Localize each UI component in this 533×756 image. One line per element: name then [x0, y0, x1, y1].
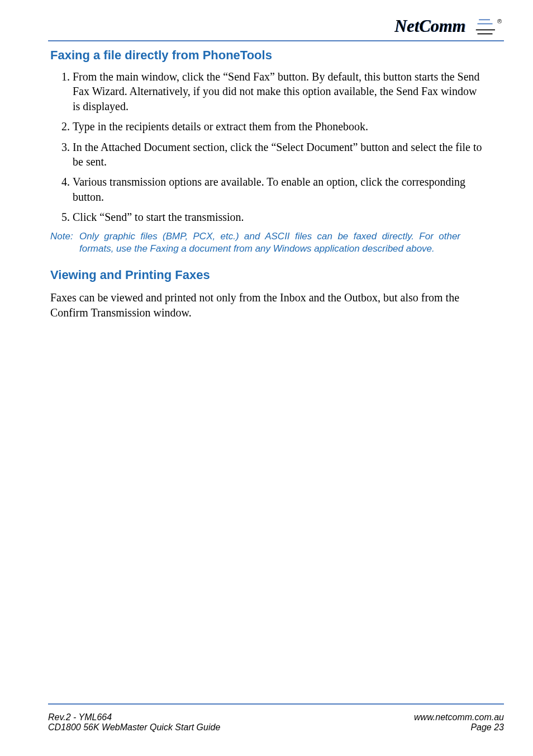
steps-list: From the main window, click the “Send Fa…	[50, 69, 483, 225]
page-footer: Rev.2 - YML664 CD1800 56K WebMaster Quic…	[48, 712, 504, 733]
note-label: Note:	[50, 230, 79, 256]
footer-url: www.netcomm.com.au	[414, 712, 504, 722]
registered-mark: ®	[497, 18, 502, 25]
section-heading-viewing: Viewing and Printing Faxes	[50, 268, 483, 282]
netcomm-logo-icon: NetComm	[394, 15, 495, 38]
page-container: NetComm ® Faxing a file directly from Ph…	[0, 0, 533, 756]
footer-right: www.netcomm.com.au Page 23	[414, 712, 504, 733]
footer-page-number: Page 23	[414, 722, 504, 733]
step-item: Click “Send” to start the transmission.	[73, 210, 483, 224]
step-item: Various transmission options are availab…	[73, 174, 483, 204]
step-item: In the Attached Document section, click …	[73, 140, 483, 169]
note-body: Only graphic files (BMP, PCX, etc.) and …	[79, 230, 483, 256]
section-heading-faxing: Faxing a file directly from PhoneTools	[50, 48, 483, 63]
footer-rev: Rev.2 - YML664	[48, 712, 220, 722]
svg-text:NetComm: NetComm	[394, 17, 465, 36]
note-block: Note: Only graphic files (BMP, PCX, etc.…	[50, 230, 483, 256]
footer-guide-title: CD1800 56K WebMaster Quick Start Guide	[48, 722, 220, 733]
header-divider	[48, 40, 504, 41]
step-item: From the main window, click the “Send Fa…	[73, 69, 483, 114]
footer-left: Rev.2 - YML664 CD1800 56K WebMaster Quic…	[48, 712, 220, 733]
brand-logo: NetComm ®	[394, 15, 502, 38]
main-content: Faxing a file directly from PhoneTools F…	[50, 0, 483, 320]
step-item: Type in the recipients details or extrac…	[73, 119, 483, 134]
body-paragraph: Faxes can be viewed and printed not only…	[50, 290, 483, 320]
footer-divider	[48, 703, 504, 705]
